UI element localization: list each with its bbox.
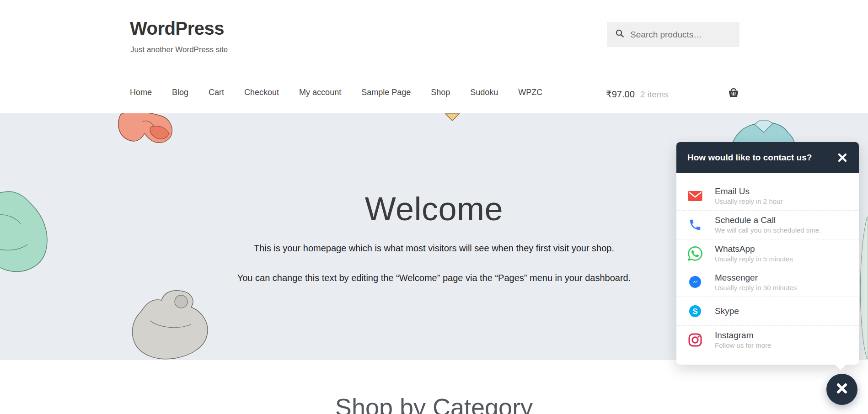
contact-widget-title: How would like to contact us?	[687, 153, 812, 163]
contact-option-label: Schedule a Call	[715, 215, 821, 226]
nav-item-home[interactable]: Home	[130, 88, 152, 97]
contact-option-label: Instagram	[715, 330, 771, 341]
contact-option-subtitle: Usually reply in 2 hour	[715, 197, 782, 206]
nav-item-cart[interactable]: Cart	[209, 88, 224, 97]
coral-shirt-illustration	[115, 113, 186, 152]
contact-widget-header: How would like to contact us?	[676, 142, 859, 173]
contact-option-subtitle: Follow us for more	[715, 341, 771, 350]
contact-toggle-button[interactable]	[826, 374, 857, 405]
nav-item-checkout[interactable]: Checkout	[244, 88, 279, 97]
product-search[interactable]	[607, 22, 739, 47]
contact-option-email[interactable]: Email Us Usually reply in 2 hour	[676, 181, 859, 210]
basket-icon[interactable]	[727, 86, 740, 99]
close-icon	[835, 382, 849, 397]
messenger-icon	[687, 275, 703, 290]
contact-option-subtitle: Usually reply in 30 minutes	[715, 283, 797, 292]
skype-icon: S	[687, 304, 703, 318]
search-icon	[615, 29, 625, 40]
contact-option-label: Email Us	[715, 186, 782, 197]
contact-option-skype[interactable]: S Skype	[676, 297, 859, 325]
contact-widget-tail	[834, 364, 847, 370]
email-icon	[687, 191, 703, 202]
contact-option-label: Skype	[715, 306, 739, 317]
nav-item-shop[interactable]: Shop	[431, 88, 450, 97]
main-nav: Home Blog Cart Checkout My account Sampl…	[130, 88, 542, 97]
contact-option-messenger[interactable]: Messenger Usually reply in 30 minutes	[676, 268, 859, 297]
contact-option-subtitle: We will call you on scheduled time.	[715, 226, 821, 235]
cart-summary-link[interactable]: ₹97.00 2 items	[606, 89, 668, 100]
cart-item-count: 2 items	[640, 90, 668, 100]
site-header: WordPress Just another WordPress site Ho…	[0, 0, 868, 113]
nav-item-sample-page[interactable]: Sample Page	[361, 88, 411, 97]
phone-icon	[687, 218, 703, 232]
svg-text:S: S	[692, 307, 697, 316]
contact-widget: How would like to contact us? Email Us U…	[676, 142, 859, 365]
contact-option-subtitle: Usually reply in 5 minutes	[715, 255, 793, 264]
contact-option-label: Messenger	[715, 272, 797, 283]
instagram-icon	[687, 333, 703, 347]
close-icon[interactable]	[837, 152, 848, 163]
contact-widget-body: Email Us Usually reply in 2 hour Schedul…	[676, 173, 859, 354]
shop-by-category-heading: Shop by Category	[0, 393, 868, 414]
contact-option-instagram[interactable]: Instagram Follow us for more	[676, 325, 859, 354]
nav-item-my-account[interactable]: My account	[299, 88, 341, 97]
shop-by-category-section: Shop by Category	[0, 360, 868, 414]
contact-option-label: WhatsApp	[715, 244, 793, 255]
contact-option-whatsapp[interactable]: WhatsApp Usually reply in 5 minutes	[676, 239, 859, 268]
whatsapp-icon	[687, 246, 703, 261]
nav-item-sudoku[interactable]: Sudoku	[470, 88, 498, 97]
search-input[interactable]	[630, 30, 742, 40]
site-title[interactable]: WordPress	[130, 18, 224, 39]
gray-hoodie-illustration	[127, 284, 212, 360]
nav-item-wpzc[interactable]: WPZC	[518, 88, 542, 97]
site-tagline: Just another WordPress site	[130, 45, 228, 54]
nav-item-blog[interactable]: Blog	[172, 88, 188, 97]
pale-garment-illustration	[858, 215, 868, 360]
yellow-garment-illustration	[445, 113, 460, 122]
cart-total: ₹97.00	[606, 89, 635, 100]
contact-option-schedule-call[interactable]: Schedule a Call We will call you on sche…	[676, 210, 859, 239]
